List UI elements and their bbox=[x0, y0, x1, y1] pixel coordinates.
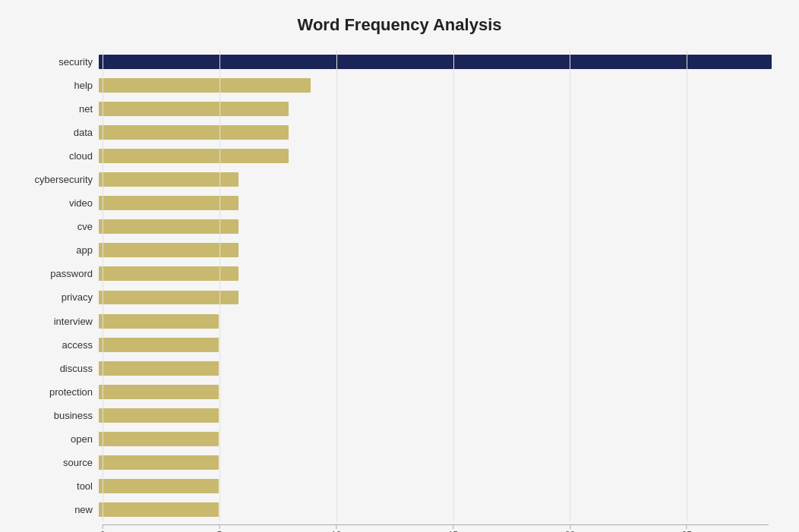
bar bbox=[99, 361, 219, 376]
bar-label: security bbox=[15, 56, 99, 68]
bar-wrapper bbox=[99, 191, 784, 215]
bar-row: access bbox=[15, 333, 784, 357]
bar bbox=[99, 291, 238, 305]
bar bbox=[99, 479, 219, 493]
bar-wrapper bbox=[99, 451, 784, 474]
bar bbox=[99, 266, 238, 281]
bar-wrapper bbox=[99, 474, 784, 498]
bar-label: business bbox=[15, 410, 99, 421]
bar-row: privacy bbox=[15, 285, 784, 309]
bar-row: video bbox=[15, 191, 784, 215]
tick-mark bbox=[687, 525, 687, 529]
x-tick-item: 25 bbox=[682, 525, 692, 532]
x-tick-item: 10 bbox=[331, 525, 341, 532]
bar-row: new bbox=[15, 498, 784, 521]
bar bbox=[99, 338, 219, 352]
tick-mark bbox=[453, 525, 453, 529]
bar bbox=[99, 55, 772, 69]
bar bbox=[99, 219, 238, 234]
bars-area: securityhelpnetdatacloudcybersecurityvid… bbox=[15, 50, 784, 521]
bar bbox=[99, 385, 219, 399]
bar bbox=[99, 243, 238, 257]
x-tick-item: 5 bbox=[217, 525, 223, 532]
bar-wrapper bbox=[99, 262, 784, 285]
bar-wrapper bbox=[99, 380, 784, 404]
bar-label: privacy bbox=[15, 291, 99, 303]
bar-chart: securityhelpnetdatacloudcybersecurityvid… bbox=[15, 50, 784, 521]
bar-label: access bbox=[15, 339, 99, 351]
bar-row: cve bbox=[15, 215, 784, 238]
bar-row: app bbox=[15, 238, 784, 262]
bar-label: new bbox=[15, 504, 99, 515]
x-ticks-row: 0510152025 bbox=[103, 524, 769, 532]
bar-row: help bbox=[15, 74, 784, 97]
bar-wrapper bbox=[99, 427, 784, 451]
bar-row: cloud bbox=[15, 144, 784, 168]
bar-row: open bbox=[15, 427, 784, 451]
bar-label: cloud bbox=[15, 150, 99, 162]
bar bbox=[99, 314, 219, 329]
bar-wrapper bbox=[99, 215, 784, 238]
bar-row: interview bbox=[15, 310, 784, 333]
x-tick-item: 20 bbox=[565, 525, 575, 532]
bar-label: discuss bbox=[15, 363, 99, 374]
chart-title: Word Frequency Analysis bbox=[15, 15, 784, 35]
bar bbox=[99, 172, 238, 187]
bar-wrapper bbox=[99, 310, 784, 333]
bar-row: discuss bbox=[15, 357, 784, 380]
bar bbox=[99, 455, 219, 470]
x-tick-item: 15 bbox=[448, 525, 458, 532]
bar-label: cybersecurity bbox=[15, 174, 99, 185]
bar-row: source bbox=[15, 451, 784, 474]
bar-wrapper bbox=[99, 333, 784, 357]
bar-label: video bbox=[15, 197, 99, 209]
bar-wrapper bbox=[99, 498, 784, 521]
bar-row: password bbox=[15, 262, 784, 285]
bar-row: net bbox=[15, 97, 784, 121]
tick-mark bbox=[570, 525, 570, 529]
chart-container: Word Frequency Analysis securityhelpnetd… bbox=[0, 0, 799, 532]
bar-label: password bbox=[15, 268, 99, 279]
bar-wrapper bbox=[99, 97, 784, 121]
bar-wrapper bbox=[99, 238, 784, 262]
bar bbox=[99, 102, 289, 116]
bar bbox=[99, 432, 219, 446]
bar-row: cybersecurity bbox=[15, 168, 784, 191]
bar-label: app bbox=[15, 244, 99, 256]
bar-wrapper bbox=[99, 168, 784, 191]
bar-label: source bbox=[15, 457, 99, 468]
tick-mark bbox=[219, 525, 219, 529]
bar-label: cve bbox=[15, 221, 99, 232]
bar-row: business bbox=[15, 404, 784, 427]
bar-row: security bbox=[15, 50, 784, 74]
bar bbox=[99, 78, 311, 93]
bar-label: open bbox=[15, 433, 99, 445]
bar-label: net bbox=[15, 103, 99, 115]
bar-wrapper bbox=[99, 50, 784, 74]
bar-row: protection bbox=[15, 380, 784, 404]
x-tick-item: 0 bbox=[100, 525, 106, 532]
bar-wrapper bbox=[99, 121, 784, 144]
bar bbox=[99, 125, 289, 140]
bar-label: help bbox=[15, 80, 99, 91]
bar-label: protection bbox=[15, 386, 99, 398]
bar-label: data bbox=[15, 127, 99, 138]
tick-mark bbox=[336, 525, 336, 529]
bar-row: data bbox=[15, 121, 784, 144]
bar-label: interview bbox=[15, 316, 99, 327]
chart-bottom: 0510152025 Frequency bbox=[103, 524, 769, 532]
bar bbox=[99, 408, 219, 423]
bar-wrapper bbox=[99, 74, 784, 97]
bar bbox=[99, 502, 219, 517]
tick-mark bbox=[103, 525, 103, 529]
bar-label: tool bbox=[15, 480, 99, 492]
bar-row: tool bbox=[15, 474, 784, 498]
bar-wrapper bbox=[99, 357, 784, 380]
bar-wrapper bbox=[99, 144, 784, 168]
bar bbox=[99, 149, 289, 163]
bar bbox=[99, 196, 238, 210]
bar-wrapper bbox=[99, 404, 784, 427]
bar-wrapper bbox=[99, 285, 784, 309]
